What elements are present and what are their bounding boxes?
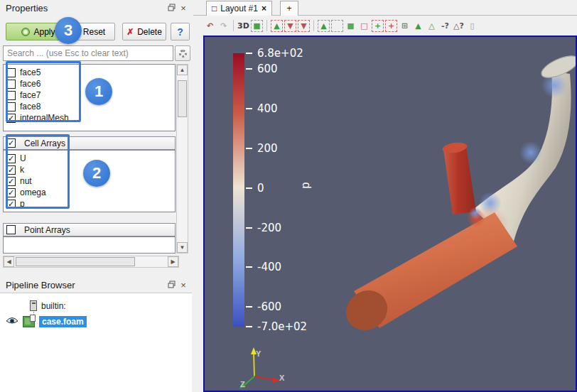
select-points-on-icon[interactable]: ▼ <box>284 20 296 32</box>
point-arrays-list <box>3 236 176 254</box>
legend-tick-mark <box>246 148 252 149</box>
legend-tick-label: 400 <box>257 102 278 115</box>
camera-undo-icon[interactable]: ↶ <box>204 20 216 32</box>
legend-tick-mark <box>246 187 252 189</box>
legend-tick-mark <box>246 326 252 327</box>
layout-tabbar: □ Layout #1 × + <box>193 0 577 16</box>
pipeline-item-builtin[interactable]: builtin: <box>30 300 66 311</box>
help-icon: ? <box>177 26 183 38</box>
legend-min-label: -7.0e+02 <box>257 320 307 333</box>
point-arrays-checkbox[interactable] <box>6 225 16 234</box>
select-frustum-points-icon[interactable]: ▲ <box>318 20 330 32</box>
vscroll-thumb[interactable] <box>178 80 187 117</box>
hscroll-thumb[interactable] <box>16 257 135 266</box>
case-foam-label[interactable]: case.foam <box>39 316 87 327</box>
annotation-circle-3: 3 <box>55 17 82 44</box>
tab-layout-1[interactable]: □ Layout #1 × <box>206 1 272 16</box>
legend-tick-mark <box>246 68 252 70</box>
select-block-icon[interactable] <box>331 20 343 32</box>
visibility-eye-icon[interactable] <box>6 317 18 327</box>
legend-tick-mark <box>246 227 252 229</box>
builtin-label: builtin: <box>41 301 66 311</box>
legend-tick-label: 200 <box>257 142 278 155</box>
legend-tick-mark <box>246 108 252 109</box>
pipe-branch-cylinder <box>443 146 476 214</box>
select-points-polygon-icon[interactable]: □ <box>358 20 370 32</box>
legend-tick-mark <box>246 306 252 307</box>
select-cells-polygon-icon[interactable]: ■ <box>345 20 357 32</box>
render-view-toolbar: ↶↷3D■▲▼▼▲■□++⊞▲△-?△?▯ <box>193 16 577 36</box>
capture-screenshot-icon[interactable]: ■ <box>251 20 263 32</box>
axis-z-label: Z <box>240 380 245 388</box>
toolbar-separator <box>233 20 234 31</box>
pipeline-dock-titlebar: Pipeline Browser × <box>0 277 192 294</box>
legend-tick-mark <box>246 266 252 268</box>
search-input[interactable] <box>3 45 173 61</box>
tab-label: Layout #1 <box>220 4 258 13</box>
maximize-icon[interactable]: □ <box>212 4 217 13</box>
gear-icon <box>179 50 187 58</box>
search-options-button[interactable] <box>175 45 190 61</box>
legend-tick-label: 0 <box>257 182 264 195</box>
apply-icon <box>21 28 30 36</box>
scroll-left-icon[interactable]: ◀ <box>4 256 14 267</box>
properties-title: Properties <box>6 3 48 13</box>
properties-dock-titlebar: Properties × <box>0 0 192 17</box>
float-dock-icon[interactable] <box>166 281 176 290</box>
close-dock-icon[interactable]: × <box>178 281 188 290</box>
legend-title: p <box>299 183 312 189</box>
annotation-circle-2: 2 <box>83 160 110 187</box>
help-button[interactable]: ? <box>171 23 190 40</box>
legend-tick-label: 600 <box>257 62 278 75</box>
color-legend-bar[interactable] <box>233 53 244 327</box>
legend-tick-label: -400 <box>257 261 281 273</box>
annotation-circle-1: 1 <box>85 78 112 105</box>
axis-x-label: X <box>279 374 284 382</box>
pipeline-item-case-foam[interactable]: case.foam <box>6 316 87 327</box>
annotation-box-1 <box>6 61 81 122</box>
view-3d-toggle[interactable]: 3D <box>237 20 249 32</box>
foam-source-icon <box>23 316 35 327</box>
paraview-window: Properties × Apply Reset ✗ Delete ? face… <box>0 0 577 392</box>
close-tab-icon[interactable]: × <box>261 4 266 13</box>
delete-button[interactable]: ✗ Delete <box>122 23 166 40</box>
pipe-geometry <box>205 37 576 391</box>
pipeline-tree: builtin: case.foam <box>0 293 192 392</box>
camera-redo-icon[interactable]: ↷ <box>217 20 230 32</box>
server-icon <box>30 300 37 311</box>
interactive-select-cells-icon[interactable]: + <box>372 20 384 32</box>
annotation-box-2 <box>6 134 70 209</box>
close-dock-icon[interactable]: × <box>178 4 188 13</box>
select-cells-on-icon[interactable]: ▲ <box>271 20 283 32</box>
axis-y-label: Y <box>256 349 261 358</box>
legend-max-label: 6.8e+02 <box>257 47 303 60</box>
scroll-right-icon[interactable]: ▶ <box>168 256 178 267</box>
legend-tick-label: -200 <box>257 222 281 234</box>
pipeline-browser-title: Pipeline Browser <box>6 280 75 290</box>
clear-selection-icon[interactable]: ▯ <box>466 20 478 32</box>
point-arrays-label: Point Arrays <box>24 225 70 235</box>
point-arrays-header[interactable]: Point Arrays <box>3 223 176 236</box>
properties-hscrollbar[interactable]: ◀ ▶ <box>3 256 179 268</box>
toolbar-separator <box>266 20 267 31</box>
legend-tick-mark <box>246 53 252 54</box>
scroll-up-icon[interactable]: ▲ <box>177 65 188 75</box>
interactive-select-points-icon[interactable]: + <box>385 20 397 32</box>
properties-vscrollbar[interactable]: ▲ ▼ <box>176 64 188 254</box>
select-frustum-cells-icon[interactable]: ▼ <box>298 20 310 32</box>
new-layout-tab[interactable]: + <box>280 1 298 16</box>
render-viewport[interactable]: 6004002000-200-400-600 6.8e+02 -7.0e+02 … <box>203 36 577 392</box>
find-data-icon[interactable]: ⊞ <box>399 20 411 32</box>
delete-icon: ✗ <box>126 27 134 37</box>
hover-points-icon[interactable]: △ <box>426 20 438 32</box>
selection-query-cells-icon[interactable]: -? <box>439 20 451 32</box>
toolbar-separator <box>313 20 314 31</box>
legend-tick-label: -600 <box>257 300 281 313</box>
hover-cells-icon[interactable]: ▲ <box>412 20 424 32</box>
selection-query-points-icon[interactable]: △? <box>453 20 465 32</box>
scroll-down-icon[interactable]: ▼ <box>177 242 188 253</box>
float-dock-icon[interactable] <box>166 4 176 13</box>
